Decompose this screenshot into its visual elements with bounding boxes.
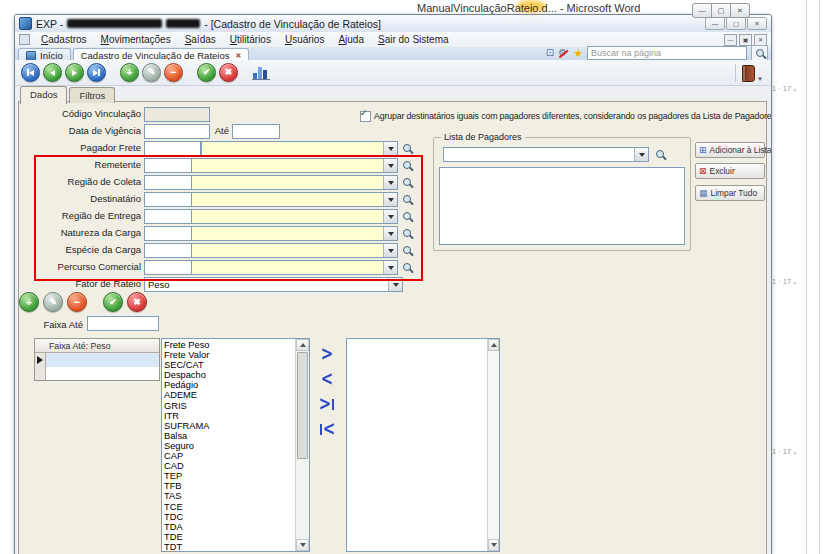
scroll-down-icon[interactable] [488, 539, 499, 551]
first-record-button[interactable] [21, 63, 40, 82]
confirm-button[interactable]: ✔ [197, 63, 216, 82]
customize-icon[interactable]: ⚙ [558, 48, 569, 58]
panel-dropdown-icon[interactable]: ⊡ [546, 48, 554, 58]
list-item[interactable]: SEC/CAT [164, 360, 294, 370]
list-item[interactable]: TDC [164, 512, 294, 522]
scrollbar[interactable] [295, 339, 309, 551]
checkbox-check-icon: ✓ [360, 108, 368, 118]
clear-all-icon: ▦ [699, 189, 708, 198]
list-item[interactable]: TAS [164, 491, 294, 501]
field-label-ate: Até [189, 125, 229, 136]
scroll-down-icon[interactable] [296, 539, 309, 551]
help-book-icon[interactable] [742, 65, 755, 82]
menu-item[interactable]: Ajuda [331, 33, 371, 46]
list-item[interactable]: Despacho [164, 370, 294, 380]
grid-selected-row[interactable] [46, 353, 159, 367]
list-item[interactable]: Seguro [164, 441, 294, 451]
faixa-confirm-button[interactable]: ✔ [103, 292, 123, 312]
cancel-button[interactable]: ✖ [219, 63, 238, 82]
screenshot-root: ManualVinculaçãoRateio.d... - Microsoft … [0, 0, 823, 554]
pagadores-list[interactable] [439, 167, 685, 245]
favorites-star-icon[interactable]: ★ [573, 48, 583, 59]
list-item[interactable]: Frete Valor [164, 350, 294, 360]
menu-item[interactable]: Utilitários [223, 33, 278, 46]
list-item[interactable]: SUFRAMA [164, 421, 294, 431]
app-minimize-button[interactable]: — [705, 17, 725, 30]
next-record-button[interactable] [65, 63, 84, 82]
delete-icon: ⊠ [699, 167, 707, 176]
faixa-ate-field[interactable] [87, 316, 159, 331]
tab-dados[interactable]: Dados [20, 86, 67, 104]
scroll-up-icon[interactable] [488, 339, 499, 351]
list-item[interactable]: CAP [164, 451, 294, 461]
list-item[interactable]: TDT [164, 542, 294, 550]
data-vigencia-ate-field[interactable] [232, 124, 280, 139]
list-item[interactable]: CAD [164, 461, 294, 471]
list-item[interactable]: TCE [164, 502, 294, 512]
list-item[interactable]: TDA [164, 522, 294, 532]
faixa-add-button[interactable]: + [19, 292, 39, 312]
tab-filtros[interactable]: Filtros [69, 87, 115, 103]
mdi-close-button[interactable]: ✕ [754, 34, 767, 46]
pagador-frete-search-icon[interactable] [399, 140, 414, 155]
faixa-edit-button[interactable]: ✎ [43, 292, 63, 312]
menu-item[interactable]: Sair do Sistema [371, 33, 456, 46]
componentes-items: Frete PesoFrete ValorSEC/CATDespachoPedá… [164, 340, 294, 550]
tab-close-icon[interactable]: ✕ [235, 52, 241, 60]
faixa-delete-button[interactable]: − [67, 292, 87, 312]
list-item[interactable]: ADEME [164, 390, 294, 400]
pagador-frete-code-field[interactable] [144, 141, 201, 156]
menu-item[interactable]: Usuários [278, 33, 331, 46]
move-left-button[interactable]: < [315, 370, 339, 388]
list-item[interactable]: Frete Peso [164, 340, 294, 350]
agrupar-checkbox[interactable]: ✓ [360, 111, 371, 122]
scrollbar[interactable] [487, 339, 499, 551]
list-item[interactable]: TFB [164, 481, 294, 491]
previous-record-button[interactable] [43, 63, 62, 82]
list-item[interactable]: ITR [164, 411, 294, 421]
move-all-right-button[interactable]: > [315, 395, 339, 413]
toolbar-dropdown-icon[interactable]: ▼ [757, 76, 763, 82]
pagador-frete-combo[interactable] [201, 141, 398, 156]
move-right-button[interactable]: > [315, 345, 339, 363]
faixas-grid[interactable]: Faixa Até: Peso [34, 338, 160, 381]
codigo-vinculacao-field[interactable] [144, 107, 210, 122]
add-record-button[interactable]: + [120, 63, 139, 82]
menu-item[interactable]: Saídas [178, 33, 223, 46]
combo-arrow-icon[interactable] [383, 142, 397, 155]
pagador-lista-search-icon[interactable] [652, 146, 667, 161]
chart-icon[interactable] [252, 65, 270, 80]
list-item[interactable]: Pedágio [164, 380, 294, 390]
mdi-restore-button[interactable]: ▣ [739, 34, 752, 46]
pagador-lista-combo[interactable] [443, 147, 649, 162]
search-button[interactable] [751, 45, 768, 61]
scroll-up-icon[interactable] [296, 339, 309, 351]
edit-record-button[interactable]: ✎ [142, 63, 161, 82]
word-close-button[interactable]: ✕ [731, 3, 750, 18]
menu-item[interactable]: Cadastros [34, 33, 94, 46]
delete-record-button[interactable]: − [164, 63, 183, 82]
combo-arrow-icon[interactable] [634, 148, 648, 161]
faixa-toolbar: + ✎ − ✔ ✖ [19, 292, 147, 312]
adicionar-lista-button[interactable]: ⊞ Adicionar à Lista [695, 142, 765, 158]
word-minimize-button[interactable]: — [692, 3, 712, 18]
app-restore-button[interactable]: ▢ [726, 17, 746, 30]
componentes-listbox[interactable]: Frete PesoFrete ValorSEC/CATDespachoPedá… [161, 338, 310, 552]
menu-item[interactable]: Movimentações [94, 33, 178, 46]
mdi-minimize-button[interactable]: — [724, 34, 737, 46]
limpar-tudo-button[interactable]: ▦ Limpar Tudo [695, 185, 765, 201]
list-item[interactable]: TDE [164, 532, 294, 542]
app-close-button[interactable]: ✕ [747, 17, 767, 30]
excluir-button[interactable]: ⊠ Excluir [695, 163, 765, 179]
list-item[interactable]: GRIS [164, 401, 294, 411]
list-item[interactable]: TEP [164, 471, 294, 481]
word-restore-button[interactable]: ▢ [712, 3, 731, 18]
faixa-cancel-button[interactable]: ✖ [127, 292, 147, 312]
selecionados-listbox[interactable] [346, 338, 500, 552]
last-record-button[interactable] [87, 63, 106, 82]
add-to-list-icon: ⊞ [699, 146, 707, 155]
scroll-thumb[interactable] [297, 352, 308, 459]
search-input[interactable] [587, 46, 747, 60]
move-all-left-button[interactable]: < [315, 420, 339, 438]
list-item[interactable]: Balsa [164, 431, 294, 441]
